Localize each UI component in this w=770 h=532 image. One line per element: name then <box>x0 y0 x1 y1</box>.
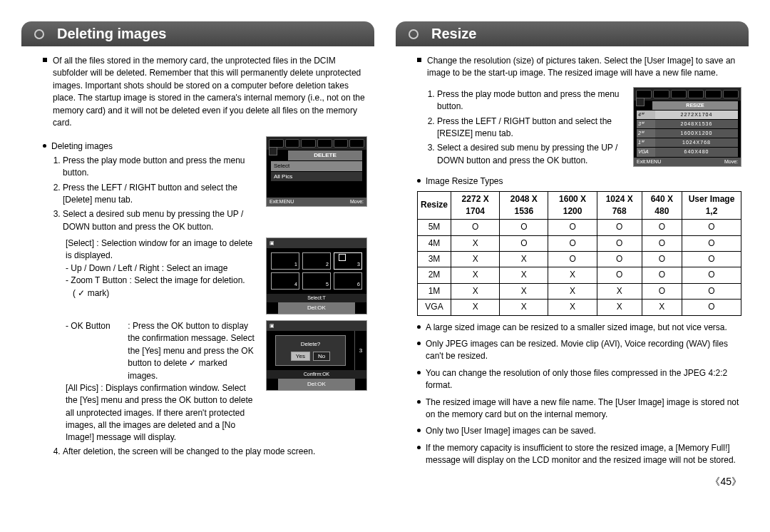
note-item: The resized image will have a new file n… <box>417 397 741 421</box>
table-cell: O <box>451 220 500 235</box>
ok-desc: : Press the OK button to display the con… <box>128 320 257 382</box>
th-4: 1024 X 768 <box>597 191 642 220</box>
thumb-5: 5 <box>326 281 329 288</box>
resize-foot-l: Exit:MENU <box>637 158 661 165</box>
table-cell: O <box>597 252 642 267</box>
ok-label: - OK Button <box>66 320 125 332</box>
table-cell: O <box>642 283 682 299</box>
note-item: Only JPEG images can be resized. Movie c… <box>417 338 741 363</box>
table-cell: O <box>682 283 741 299</box>
table-cell: X <box>548 267 597 283</box>
table-cell: VGA <box>418 300 451 315</box>
allpics-desc: [All Pics] : Displays confirmation windo… <box>66 382 259 444</box>
table-cell: X <box>642 300 682 315</box>
lcd-thumb-grid: ▣ 1 2 3 4 5 6 Select:T Del:OK <box>266 237 367 314</box>
lcd1-foot-left: Exit:MENU <box>270 198 294 205</box>
res-val-2: 1600X1200 <box>655 129 738 138</box>
table-cell: O <box>597 220 642 235</box>
resize-steps: Press the play mode button and press the… <box>426 88 626 167</box>
note-item: A large sized image can be resized to a … <box>417 322 741 334</box>
step-3: Select a desired sub menu by pressing th… <box>63 208 259 233</box>
res-val-0: 2272X1704 <box>655 111 738 119</box>
lcd3-confirm: Confirm:OK <box>267 370 366 379</box>
resize-table: Resize 2272 X 1704 2048 X 1536 1600 X 12… <box>417 191 741 316</box>
table-cell: X <box>451 235 500 251</box>
check-mark: ( ✓ mark) <box>73 287 259 300</box>
table-cell: 2M <box>418 267 451 283</box>
table-cell: 1M <box>418 283 451 299</box>
res-val-3: 1024X768 <box>655 138 738 147</box>
left-column: Deleting images Of all the files stored … <box>21 21 374 469</box>
table-cell: O <box>548 220 597 235</box>
lcd-delete-menu: DELETE Select All Pics Exit:MENU Move: <box>266 136 367 207</box>
th-3: 1600 X 1200 <box>548 191 597 220</box>
lcd3-del: Del:OK <box>278 379 355 390</box>
table-cell: X <box>500 300 548 315</box>
step-2: Press the LEFT / RIGHT button and select… <box>63 182 259 207</box>
table-cell: X <box>597 283 642 299</box>
thumb-1: 1 <box>294 261 297 268</box>
table-cell: O <box>682 267 741 283</box>
lcd2-select: Select:T <box>267 294 366 302</box>
res-val-1: 2048X1536 <box>655 120 738 128</box>
table-row: 1MXXXXOO <box>418 283 741 299</box>
table-cell: O <box>500 220 548 235</box>
table-cell: O <box>597 235 642 251</box>
table-cell: O <box>642 220 682 235</box>
note-item: Only two [User Image] images can be save… <box>417 425 741 437</box>
table-cell: O <box>548 252 597 267</box>
table-cell: O <box>597 267 642 283</box>
select-desc: [Select] : Selection window for an image… <box>66 237 259 262</box>
side-3: 3 <box>354 331 366 370</box>
lcd1-foot-right: Move: <box>350 198 364 205</box>
th-5: 640 X 480 <box>642 191 682 220</box>
table-cell: X <box>500 283 548 299</box>
btn-yes: Yes <box>291 352 310 362</box>
table-cell: X <box>597 300 642 315</box>
table-cell: X <box>500 252 548 267</box>
table-row: 4MXOOOOO <box>418 235 741 251</box>
table-cell: X <box>451 300 500 315</box>
table-cell: O <box>642 235 682 251</box>
btn-no: No <box>313 352 330 362</box>
table-cell: X <box>451 252 500 267</box>
lcd1-allpics: All Pics <box>271 172 362 182</box>
thumb-4: 4 <box>294 281 297 288</box>
manual-page: Deleting images Of all the files stored … <box>0 0 770 476</box>
note-item: You can change the resolution of only th… <box>417 367 741 392</box>
table-cell: O <box>548 235 597 251</box>
table-cell: X <box>500 267 548 283</box>
lcd-confirm: ▣ Delete? Yes No 3 <box>266 320 367 391</box>
table-cell: O <box>642 267 682 283</box>
thumb-3: 3 <box>357 261 360 268</box>
r-step-1: Press the play mode button and press the… <box>437 88 626 113</box>
res-lbl-4: VGA <box>637 148 655 156</box>
table-cell: X <box>548 300 597 315</box>
note-item: If the memory capacity is insufficient t… <box>417 442 741 467</box>
nav-line: - Up / Down / Left / Right : Select an i… <box>66 262 259 275</box>
table-cell: O <box>682 300 741 315</box>
table-cell: O <box>682 252 741 267</box>
right-intro: Change the resolution (size) of pictures… <box>417 55 741 80</box>
table-row: 3MXXOOOO <box>418 252 741 267</box>
table-cell: O <box>682 220 741 235</box>
step-1: Press the play mode button and press the… <box>63 155 259 180</box>
lcd1-title: DELETE <box>288 150 362 160</box>
right-column: Resize Change the resolution (size) of p… <box>396 21 749 469</box>
table-cell: 5M <box>418 220 451 235</box>
lcd1-select: Select <box>271 161 362 171</box>
left-intro: Of all the files stored in the memory ca… <box>43 55 367 129</box>
table-cell: O <box>682 235 741 251</box>
table-row: 5MOOOOOO <box>418 220 741 235</box>
table-cell: X <box>451 267 500 283</box>
res-lbl-3: 1ᴹ <box>637 138 655 147</box>
resize-foot-r: Move: <box>724 158 738 165</box>
th-2: 2048 X 1536 <box>500 191 548 220</box>
confirm-q: Delete? <box>280 340 341 349</box>
confirm-dialog: Delete? Yes No <box>275 335 346 366</box>
page-number: 45 <box>0 476 770 496</box>
delete-step4-list: After deletion, the screen will be chang… <box>51 446 367 458</box>
delete-steps: Press the play mode button and press the… <box>51 155 259 233</box>
res-val-4: 640X480 <box>655 148 738 156</box>
resize-lcd-title: RESIZE <box>652 101 738 110</box>
